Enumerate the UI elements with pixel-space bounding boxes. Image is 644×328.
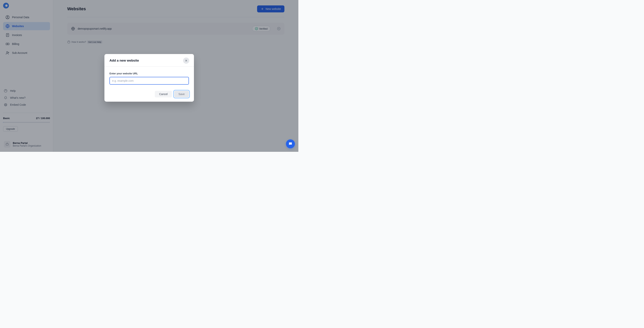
- modal-title: Add a new website: [110, 59, 139, 62]
- chat-icon: [288, 142, 292, 146]
- cancel-button[interactable]: Cancel: [155, 91, 172, 97]
- close-icon: [185, 59, 188, 62]
- website-url-input[interactable]: [110, 77, 189, 85]
- chat-widget-button[interactable]: [286, 139, 295, 148]
- modal-close-button[interactable]: [183, 57, 189, 64]
- url-input-label: Enter your website URL: [110, 72, 189, 75]
- modal-overlay[interactable]: Add a new website Enter your website URL…: [0, 0, 298, 152]
- add-website-modal: Add a new website Enter your website URL…: [104, 54, 194, 102]
- save-button[interactable]: Save: [174, 91, 189, 97]
